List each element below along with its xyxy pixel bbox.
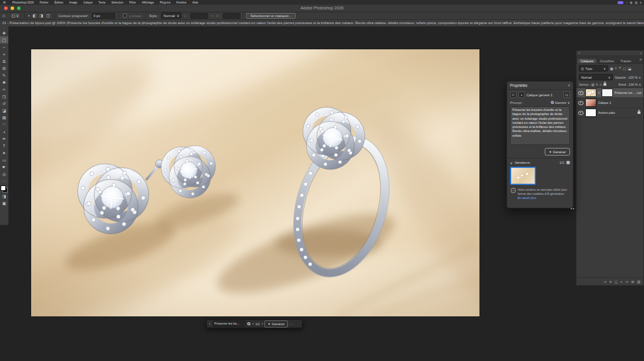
tab-couches[interactable]: Couches: [597, 59, 617, 63]
tool-button[interactable]: ◖: [0, 128, 8, 135]
panel-menu-icon[interactable]: ≡: [639, 58, 642, 62]
intersect-selection-icon[interactable]: ◫: [46, 14, 51, 18]
menubar-item[interactable]: Aide: [189, 1, 201, 4]
pin-properties-icon[interactable]: ⊡: [564, 92, 570, 98]
status-app-icon[interactable]: [618, 1, 623, 4]
add-selection-icon[interactable]: ◧: [32, 14, 37, 18]
menubar-item[interactable]: Filtre: [126, 1, 139, 4]
status-icon[interactable]: ≡: [640, 1, 642, 4]
link-layers-icon[interactable]: ∞: [604, 280, 606, 284]
visibility-eye-icon[interactable]: [578, 101, 583, 105]
color-swatches[interactable]: [1, 185, 8, 193]
menubar-item[interactable]: Fichier: [36, 1, 51, 4]
fill-control[interactable]: Fond : 100 % ∨: [619, 83, 641, 86]
antialias-checkbox[interactable]: [123, 14, 127, 18]
layer-row-generated[interactable]: 8 Présente les ... composi...: [576, 88, 643, 98]
tool-preset-picker[interactable]: ▢ ∨: [10, 12, 21, 19]
panel-menu-icon[interactable]: ≡: [568, 83, 570, 87]
link-dimensions-icon[interactable]: ⊶: [210, 14, 214, 18]
filter-type-icon[interactable]: T: [619, 66, 621, 70]
tool-button[interactable]: ➤: [0, 149, 8, 156]
model-select[interactable]: G Gemini ∨: [551, 100, 570, 104]
status-icon[interactable]: ◍: [630, 1, 632, 4]
lock-paint-icon[interactable]: ✛: [595, 83, 598, 86]
lock-position-icon[interactable]: ⊹: [599, 83, 602, 86]
status-icon[interactable]: ◔: [626, 1, 628, 4]
tool-button[interactable]: ∽: [0, 43, 8, 50]
tool-button[interactable]: ⋯: [0, 177, 8, 184]
tool-button[interactable]: ▤: [0, 114, 8, 121]
width-input[interactable]: [190, 13, 208, 19]
tool-button[interactable]: ☛: [0, 163, 8, 170]
new-selection-icon[interactable]: ▪: [28, 14, 30, 18]
generate-button[interactable]: ✦ Générer: [545, 148, 570, 156]
tab-traces[interactable]: Tracés: [618, 59, 634, 63]
menubar-item[interactable]: Fenêtre: [173, 1, 189, 4]
tool-button[interactable]: ◪: [0, 107, 8, 114]
layer-mask-thumbnail[interactable]: [602, 89, 613, 97]
visibility-eye-icon[interactable]: [578, 111, 583, 115]
layer-thumbnail[interactable]: [585, 89, 596, 97]
filter-shape-icon[interactable]: ▢: [623, 66, 626, 70]
menubar-item[interactable]: Plug-ins: [157, 1, 173, 4]
variation-thumbnail[interactable]: [510, 167, 536, 185]
tool-button[interactable]: ✒: [0, 135, 8, 142]
learn-more-link[interactable]: En savoir plus: [518, 196, 569, 200]
menubar-item[interactable]: Image: [66, 1, 80, 4]
filter-pixel-icon[interactable]: ▦: [610, 66, 613, 70]
layer-filter-select[interactable]: Q. Type ∨: [579, 65, 608, 72]
menubar-item[interactable]: Édition: [51, 1, 66, 4]
delete-layer-icon[interactable]: ▥: [637, 279, 640, 284]
select-and-mask-button[interactable]: Sélectionner et masquer...: [246, 13, 296, 19]
tab-calques[interactable]: Calques: [578, 59, 596, 63]
tool-button[interactable]: ⌖: [0, 50, 8, 58]
tool-button[interactable]: ✎: [0, 72, 8, 79]
tool-button[interactable]: ✚: [0, 79, 8, 86]
tool-button[interactable]: ↺: [0, 100, 8, 107]
quick-mask-button[interactable]: ◨: [0, 193, 8, 200]
prompt-textarea[interactable]: Présente les boucles d'oreille et la bag…: [510, 106, 570, 145]
opacity-control[interactable]: Opacité : 100 % ∨: [615, 76, 641, 79]
adjustment-layer-icon[interactable]: ◐: [620, 280, 623, 284]
tool-button[interactable]: ⊞: [0, 65, 8, 72]
filter-adjustment-icon[interactable]: ◐: [615, 66, 618, 70]
status-icon[interactable]: ▤: [635, 1, 638, 4]
visibility-eye-icon[interactable]: [578, 91, 583, 95]
menubar-item[interactable]: Photoshop 2026: [9, 1, 36, 4]
new-group-icon[interactable]: ▱: [626, 279, 629, 284]
feather-input[interactable]: [92, 13, 115, 19]
previous-variation-button[interactable]: ‹: [252, 322, 253, 326]
canvas-image[interactable]: [31, 49, 479, 316]
screen-mode-button[interactable]: ▣: [0, 200, 8, 207]
new-layer-icon[interactable]: ⊞: [631, 279, 634, 284]
apple-menu-icon[interactable]: ⌘: [3, 1, 6, 4]
menubar-item[interactable]: Calque: [80, 1, 96, 4]
document-tab[interactable]: 21 - Présentation de bijoux.psd @ 100% (…: [0, 19, 644, 26]
lock-transparency-icon[interactable]: ▨: [591, 83, 594, 86]
layer-thumbnail[interactable]: [585, 109, 596, 117]
filter-smart-object-icon[interactable]: ⬓: [628, 66, 632, 70]
layer-row-calque1[interactable]: Calque 1: [576, 98, 643, 108]
subtract-selection-icon[interactable]: ◨: [39, 14, 44, 18]
tool-button[interactable]: ▢: [0, 36, 8, 43]
collapse-dock-icon[interactable]: »: [640, 51, 642, 55]
taskbar-grip-icon[interactable]: ⠿: [209, 322, 211, 326]
tool-button[interactable]: ✑: [0, 86, 8, 93]
tool-button[interactable]: ✥: [0, 29, 8, 36]
tool-button[interactable]: ▭: [0, 156, 8, 163]
tool-button[interactable]: ◎: [0, 170, 8, 177]
generate-button-taskbar[interactable]: ✦ Générer: [264, 320, 287, 328]
add-mask-icon[interactable]: ◻: [615, 279, 618, 284]
blend-mode-select[interactable]: Normal ∨: [579, 74, 613, 80]
height-input[interactable]: [223, 13, 240, 19]
layer-row-background[interactable]: Arrière-plan: [576, 108, 643, 118]
collapse-variations-icon[interactable]: ∨: [510, 161, 512, 165]
lock-all-icon[interactable]: [603, 83, 606, 86]
menubar-item[interactable]: Texte: [96, 1, 109, 4]
prompt-preview-field[interactable]: Présente les bo...: [213, 320, 246, 327]
menubar-item[interactable]: Sélection: [108, 1, 126, 4]
panel-close-icon[interactable]: ×: [578, 51, 580, 55]
layer-thumbnail[interactable]: [585, 99, 596, 107]
more-options-icon[interactable]: ···: [290, 322, 295, 326]
tool-button[interactable]: ◳: [0, 93, 8, 100]
